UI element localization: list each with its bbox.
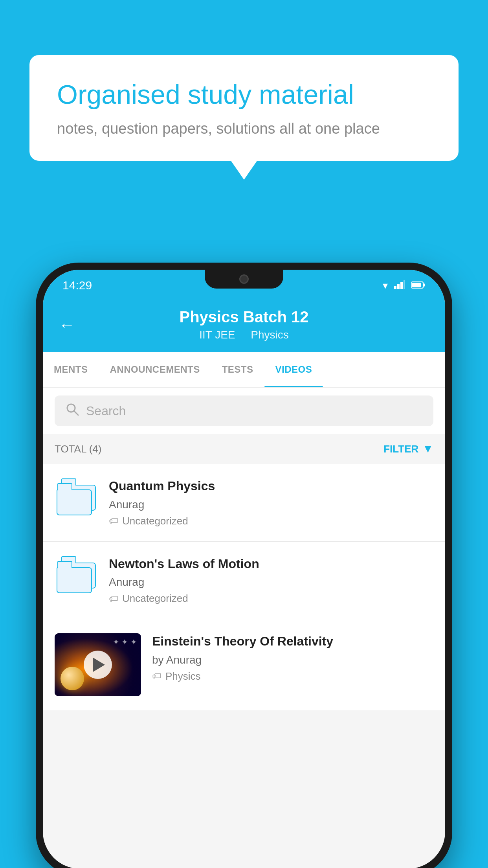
tab-bar: MENTS ANNOUNCEMENTS TESTS VIDEOS <box>43 352 445 388</box>
bubble-subtitle: notes, question papers, solutions all at… <box>57 120 431 137</box>
status-time: 14:29 <box>62 279 92 292</box>
video-info-3: Einstein's Theory Of Relativity by Anura… <box>152 633 433 682</box>
video-author-2: Anurag <box>109 576 433 588</box>
total-count: TOTAL (4) <box>55 443 101 455</box>
tab-ments[interactable]: MENTS <box>43 352 99 387</box>
page-title: Physics Batch 12 <box>59 307 429 326</box>
video-tag-3: 🏷 Physics <box>152 670 433 682</box>
tag-icon-1: 🏷 <box>109 515 118 526</box>
signal-icon <box>394 280 405 292</box>
play-icon <box>93 658 105 672</box>
filter-button[interactable]: FILTER ▼ <box>383 443 433 455</box>
filter-label: FILTER <box>383 443 418 455</box>
svg-rect-2 <box>400 282 403 289</box>
folder-thumbnail-2 <box>55 556 98 599</box>
svg-rect-3 <box>404 280 405 289</box>
filter-icon: ▼ <box>422 443 433 455</box>
list-item[interactable]: Newton's Laws of Motion Anurag 🏷 Uncateg… <box>43 542 445 620</box>
bubble-title: Organised study material <box>57 79 431 111</box>
phone-notch <box>205 270 283 289</box>
tab-announcements[interactable]: ANNOUNCEMENTS <box>99 352 211 387</box>
wifi-icon: ▾ <box>383 280 388 292</box>
svg-rect-1 <box>397 284 400 289</box>
list-item[interactable]: ✦ ✦ ✦ Einstein's Theory Of Relativity by… <box>43 619 445 710</box>
video-title-3: Einstein's Theory Of Relativity <box>152 633 433 650</box>
video-title-1: Quantum Physics <box>109 478 433 495</box>
svg-rect-6 <box>412 283 421 287</box>
play-button[interactable] <box>84 651 112 679</box>
video-author-3: by Anurag <box>152 654 433 666</box>
promo-section: Organised study material notes, question… <box>29 55 459 161</box>
subtitle-iitjee: IIT JEE <box>199 329 235 341</box>
svg-rect-0 <box>394 286 396 289</box>
status-icons: ▾ <box>383 280 426 292</box>
camera-icon <box>239 274 249 284</box>
search-bar[interactable]: Search <box>55 395 433 426</box>
back-button[interactable]: ← <box>59 316 75 335</box>
speech-bubble: Organised study material notes, question… <box>29 55 459 161</box>
battery-icon <box>411 280 426 292</box>
video-list: Quantum Physics Anurag 🏷 Uncategorized <box>43 464 445 710</box>
tag-icon-3: 🏷 <box>152 671 161 682</box>
tab-videos[interactable]: VIDEOS <box>264 352 323 387</box>
svg-rect-5 <box>423 283 425 287</box>
svg-line-8 <box>74 411 78 415</box>
filter-bar: TOTAL (4) FILTER ▼ <box>43 434 445 464</box>
tag-icon-2: 🏷 <box>109 593 118 604</box>
list-item[interactable]: Quantum Physics Anurag 🏷 Uncategorized <box>43 464 445 542</box>
video-tag-2: 🏷 Uncategorized <box>109 592 433 605</box>
search-section: Search <box>43 388 445 434</box>
stars-decoration: ✦ ✦ ✦ <box>113 637 137 647</box>
header-subtitle: IIT JEE Physics <box>59 329 429 341</box>
video-title-2: Newton's Laws of Motion <box>109 556 433 572</box>
folder-thumbnail-1 <box>55 478 98 521</box>
planet-visual <box>61 667 84 690</box>
video-info-1: Quantum Physics Anurag 🏷 Uncategorized <box>109 478 433 527</box>
app-header: ← Physics Batch 12 IIT JEE Physics <box>43 298 445 352</box>
phone-screen: 14:29 ▾ <box>43 270 445 868</box>
subtitle-physics: Physics <box>251 329 288 341</box>
video-author-1: Anurag <box>109 498 433 511</box>
search-icon <box>66 403 79 419</box>
video-tag-1: 🏷 Uncategorized <box>109 515 433 527</box>
phone-frame: 14:29 ▾ <box>36 263 452 868</box>
video-thumbnail-3: ✦ ✦ ✦ <box>55 633 141 696</box>
tab-tests[interactable]: TESTS <box>211 352 264 387</box>
video-info-2: Newton's Laws of Motion Anurag 🏷 Uncateg… <box>109 556 433 605</box>
search-placeholder: Search <box>86 404 126 418</box>
